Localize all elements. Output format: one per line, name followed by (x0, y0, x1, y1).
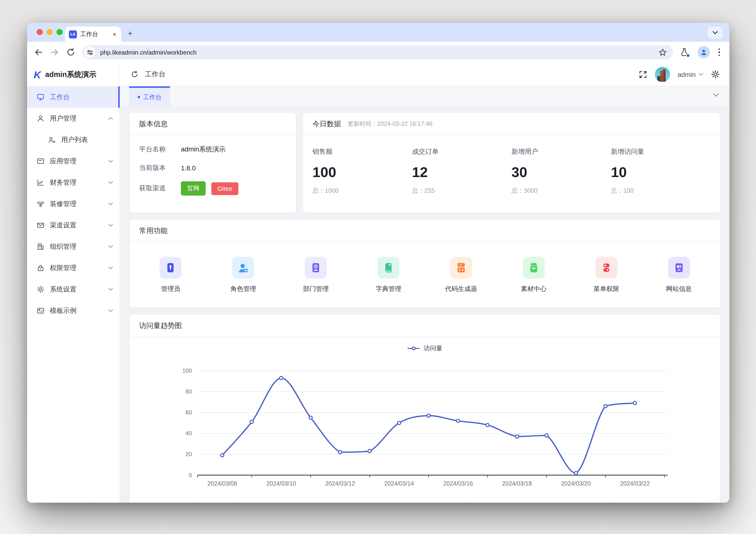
monitor-icon (37, 93, 45, 101)
tab-close-icon[interactable]: × (112, 31, 117, 38)
chevron-down-icon (108, 181, 113, 184)
chevron-down-icon (108, 245, 113, 248)
svg-text:2024/03/22: 2024/03/22 (620, 480, 650, 487)
card-title: 版本信息 (130, 113, 296, 135)
url-text[interactable]: php.likeadmin.cn/admin/workbench (100, 49, 653, 56)
app-card-icon (37, 157, 45, 165)
new-tab-icon[interactable]: + (128, 29, 132, 39)
function-department-management[interactable]: 部门管理 (280, 256, 352, 293)
decoration-brush-icon (37, 200, 45, 208)
tab-favicon: LA (69, 30, 77, 38)
sidebar-item-channel-settings[interactable]: 渠道设置 (27, 215, 120, 236)
chevron-down-icon (108, 224, 113, 227)
sidebar-item-workbench[interactable]: 工作台 (27, 86, 120, 108)
svg-text:40: 40 (185, 430, 192, 437)
user-list-icon (48, 136, 56, 144)
address-bar[interactable]: php.likeadmin.cn/admin/workbench (82, 45, 673, 59)
sidebar-item-decoration-management[interactable]: 装修管理 (27, 193, 120, 215)
legend-label: 访问量 (424, 344, 442, 353)
svg-text:100: 100 (182, 367, 192, 374)
svg-text:2024/03/18: 2024/03/18 (502, 480, 532, 487)
sidebar-item-user-list[interactable]: 用户列表 (27, 129, 120, 150)
platform-name-row: 平台名称 admin系统演示 (139, 144, 286, 155)
function-material-center[interactable]: 素材中心 (498, 256, 570, 293)
svg-text:2024/03/10: 2024/03/10 (266, 480, 296, 487)
reload-icon[interactable] (66, 47, 75, 57)
function-admin[interactable]: 管理员 (134, 256, 207, 293)
function-code-generator[interactable]: 代码生成器 (425, 256, 498, 293)
sidebar-item-label: 系统设置 (50, 285, 103, 294)
bookmark-star-icon[interactable] (658, 48, 667, 57)
tabs-more-chevron-icon[interactable] (713, 93, 719, 97)
gitee-button[interactable]: Gitee (211, 182, 238, 195)
fullscreen-icon[interactable] (639, 70, 647, 79)
function-dictionary-management[interactable]: 字典管理 (352, 256, 425, 293)
tab-search-chevron-icon[interactable] (708, 27, 723, 39)
stat-new-visits: 新增访问量 10 总：100 (611, 147, 711, 195)
sidebar-item-system-settings[interactable]: 系统设置 (27, 279, 120, 300)
experiments-flask-icon[interactable] (679, 47, 689, 57)
sidebar: K admin系统演示 工作台 用户管理 用户列表 (27, 63, 120, 503)
sidebar-item-permission-management[interactable]: 权限管理 (27, 257, 120, 279)
dictionary-book-icon (378, 256, 399, 279)
sidebar-item-label: 装修管理 (50, 200, 103, 208)
code-generator-icon (450, 256, 472, 279)
sidebar-item-user-management[interactable]: 用户管理 (27, 108, 120, 129)
user-avatar[interactable] (655, 67, 670, 82)
svg-text:60: 60 (185, 409, 192, 415)
sidebar-item-label: 模板示例 (50, 307, 103, 315)
back-icon[interactable] (34, 47, 43, 57)
zoom-window-button[interactable] (57, 29, 63, 35)
sidebar-item-organization-management[interactable]: 组织管理 (27, 236, 120, 257)
building-icon (37, 243, 45, 251)
sidebar-item-app-management[interactable]: 应用管理 (27, 150, 120, 172)
chevron-down-icon (108, 202, 113, 205)
today-data-card: 今日数据 更新时间：2024-03-22 16:17:46 销售额 100 总：… (303, 113, 720, 213)
chevron-down-icon (108, 309, 113, 312)
active-tab-dot (138, 96, 140, 98)
page-tab-workbench[interactable]: 工作台 (129, 86, 170, 106)
department-card-icon (305, 256, 327, 279)
minimize-window-button[interactable] (46, 29, 53, 35)
close-window-button[interactable] (37, 29, 43, 35)
desktop: LA 工作台 × + php.likeadmin.cn/admin/workbe… (0, 0, 756, 534)
official-site-button[interactable]: 官网 (181, 181, 205, 196)
template-image-icon (37, 307, 45, 315)
mail-icon (37, 221, 45, 229)
function-website-info[interactable]: 网站信息 (642, 256, 715, 293)
site-settings-icon[interactable] (84, 46, 95, 58)
legend-line-marker-icon (407, 348, 419, 349)
current-version-row: 当前版本 1.8.0 (139, 163, 286, 173)
svg-text:2024/03/20: 2024/03/20 (561, 480, 591, 487)
function-menu-permissions[interactable]: 菜单权限 (570, 256, 643, 293)
svg-text:80: 80 (185, 388, 192, 395)
browser-tab-strip: LA 工作台 × + (27, 23, 729, 42)
browser-profile-icon[interactable] (697, 46, 710, 58)
sidebar-item-template-examples[interactable]: 模板示例 (27, 300, 120, 321)
page-tab-bar: 工作台 (120, 86, 729, 107)
header-right: admin (639, 67, 720, 82)
app-logo-row[interactable]: K admin系统演示 (27, 63, 120, 86)
forward-icon[interactable] (50, 47, 59, 57)
visits-trend-chart[interactable]: 0204060801002024/03/082024/03/102024/03/… (130, 357, 720, 492)
browser-tab[interactable]: LA 工作台 × (65, 27, 121, 42)
svg-text:2024/03/12: 2024/03/12 (325, 480, 355, 487)
website-info-icon (668, 256, 690, 279)
refresh-icon[interactable] (131, 70, 139, 78)
sidebar-item-label: 用户管理 (50, 114, 103, 123)
menu-auth-toggles-icon (595, 256, 617, 279)
stat-sales: 销售额 100 总：1000 (312, 147, 412, 195)
username-dropdown[interactable]: admin (678, 70, 703, 78)
user-icon (37, 114, 45, 122)
sidebar-item-label: 财务管理 (50, 178, 103, 187)
function-role-management[interactable]: 角色管理 (207, 256, 280, 293)
stat-orders: 成交订单 12 总：255 (412, 147, 511, 195)
browser-menu-kebab-icon[interactable] (718, 48, 720, 56)
svg-text:0: 0 (189, 472, 192, 478)
sidebar-item-finance-management[interactable]: 财务管理 (27, 172, 120, 193)
card-title: 访问量趋势图 (130, 315, 720, 337)
card-title: 常用功能 (130, 220, 720, 242)
chart-legend[interactable]: 访问量 (130, 344, 720, 353)
settings-gear-icon[interactable] (711, 70, 720, 79)
likeadmin-app: K admin系统演示 工作台 用户管理 用户列表 (27, 63, 729, 503)
